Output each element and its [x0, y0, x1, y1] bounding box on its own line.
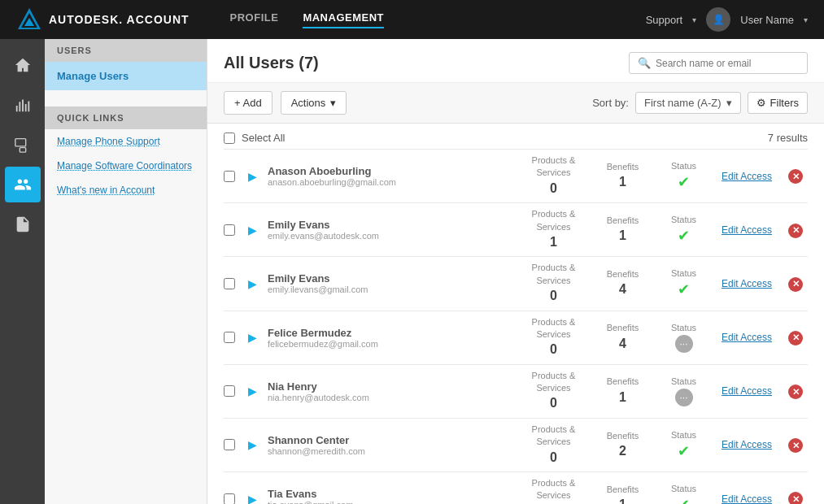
remove-btn-5[interactable]: ✕ — [783, 437, 808, 454]
row-expand-0[interactable]: ▶ — [248, 170, 268, 183]
row-expand-2[interactable]: ▶ — [248, 277, 268, 290]
user-stats-0: Products & Services 0 Benefits 1 Status … — [519, 154, 710, 198]
user-name: User Name — [740, 14, 794, 26]
table-row: ▶ Nia Henry nia.henry@autodesk.com Produ… — [224, 364, 808, 418]
status-active-0: ✔ — [657, 173, 710, 191]
main-header: All Users (7) 🔍 — [207, 39, 824, 83]
row-checkbox-4[interactable] — [224, 385, 248, 397]
filters-button[interactable]: ⚙ Filters — [748, 92, 808, 114]
remove-btn-4[interactable]: ✕ — [783, 384, 808, 400]
row-checkbox-0[interactable] — [224, 171, 248, 182]
products-stat-5: Products & Services 0 — [519, 424, 588, 467]
user-info-5: Shannon Center shannon@meredith.com — [268, 434, 519, 456]
sidebar-icon-home[interactable] — [5, 47, 41, 83]
edit-access-1[interactable]: Edit Access — [710, 224, 783, 236]
svg-rect-3 — [15, 139, 25, 146]
products-stat-0: Products & Services 0 — [519, 154, 588, 198]
select-all-checkbox[interactable] — [224, 133, 235, 144]
remove-btn-0[interactable]: ✕ — [783, 168, 808, 185]
left-sidebar: USERS Manage Users QUICK LINKS Manage Ph… — [45, 39, 207, 504]
user-info-2: Emily Evans emily.ilevans@gmail.com — [268, 272, 519, 294]
status-active-1: ✔ — [657, 227, 710, 245]
row-checkbox-3[interactable] — [224, 332, 248, 343]
filter-icon: ⚙ — [756, 97, 766, 109]
select-all-row: Select All 7 results — [224, 124, 808, 149]
user-email-3: felicebermudez@gmail.com — [268, 339, 519, 349]
edit-access-6[interactable]: Edit Access — [710, 493, 783, 504]
row-expand-1[interactable]: ▶ — [248, 224, 268, 237]
user-chevron-icon[interactable]: ▾ — [804, 15, 808, 24]
status-active-6: ✔ — [657, 496, 710, 504]
nav-links: PROFILE MANAGEMENT — [230, 11, 384, 28]
user-info-4: Nia Henry nia.henry@autodesk.com — [268, 380, 519, 402]
table-row: ▶ Anason Aboeburling anason.aboeburling@… — [224, 149, 808, 202]
row-expand-3[interactable]: ▶ — [248, 331, 268, 344]
edit-access-5[interactable]: Edit Access — [710, 439, 783, 450]
row-expand-6[interactable]: ▶ — [248, 493, 268, 504]
sidebar-icon-documents[interactable] — [5, 206, 41, 242]
avatar[interactable]: 👤 — [706, 7, 730, 32]
actions-button[interactable]: Actions ▾ — [281, 91, 347, 115]
user-name-0: Anason Aboeburling — [268, 165, 519, 177]
row-checkbox-2[interactable] — [224, 278, 248, 289]
edit-access-3[interactable]: Edit Access — [710, 332, 783, 343]
row-checkbox-5[interactable] — [224, 439, 248, 450]
status-block-1: Status ✔ — [657, 215, 710, 245]
benefits-stat-3: Benefits 4 — [588, 322, 657, 353]
select-all-text: Select All — [242, 132, 285, 144]
remove-btn-1[interactable]: ✕ — [783, 222, 808, 238]
remove-btn-2[interactable]: ✕ — [783, 276, 808, 292]
status-block-3: Status ··· — [657, 323, 710, 353]
select-all-label[interactable]: Select All — [224, 132, 285, 144]
toolbar: + Add Actions ▾ Sort by: First name (A-Z… — [207, 83, 824, 124]
user-stats-4: Products & Services 0 Benefits 1 Status … — [519, 370, 710, 413]
benefits-stat-5: Benefits 2 — [588, 430, 657, 461]
products-stat-6: Products & Services 0 — [519, 477, 588, 504]
quick-link-whats-new[interactable]: What's new in Account — [45, 178, 207, 202]
user-name-2: Emily Evans — [268, 272, 519, 285]
top-nav-right: Support ▾ 👤 User Name ▾ — [646, 7, 808, 32]
status-block-0: Status ✔ — [657, 161, 710, 191]
search-input[interactable] — [656, 58, 799, 69]
sidebar-icon-devices[interactable] — [5, 127, 41, 163]
row-expand-4[interactable]: ▶ — [248, 385, 268, 398]
sort-section: Sort by: First name (A-Z) ▾ ⚙ Filters — [592, 92, 808, 114]
edit-access-2[interactable]: Edit Access — [710, 278, 783, 289]
quick-link-coordinators[interactable]: Manage Software Coordinators — [45, 154, 207, 178]
nav-profile[interactable]: PROFILE — [230, 11, 279, 28]
status-active-5: ✔ — [657, 442, 710, 460]
table-row: ▶ Tia Evans tia.evans@gmail.com Products… — [224, 471, 808, 504]
sidebar-item-manage-users[interactable]: Manage Users — [45, 62, 207, 90]
nav-management[interactable]: MANAGEMENT — [303, 11, 384, 28]
add-button[interactable]: + Add — [224, 91, 272, 115]
user-email-1: emily.evans@autodesk.com — [268, 231, 519, 241]
user-email-4: nia.henry@autodesk.com — [268, 393, 519, 402]
remove-btn-6[interactable]: ✕ — [783, 491, 808, 504]
products-stat-2: Products & Services 0 — [519, 262, 588, 305]
sort-by-label: Sort by: — [592, 97, 629, 109]
edit-access-4[interactable]: Edit Access — [710, 385, 783, 397]
benefits-stat-2: Benefits 4 — [588, 268, 657, 299]
sidebar-icon-users[interactable] — [5, 167, 41, 202]
sort-value: First name (A-Z) — [644, 97, 722, 109]
icon-sidebar — [0, 39, 45, 504]
user-info-0: Anason Aboeburling anason.aboeburling@gm… — [268, 165, 519, 187]
row-checkbox-1[interactable] — [224, 224, 248, 236]
status-pending-4: ··· — [675, 389, 693, 406]
benefits-stat-1: Benefits 1 — [588, 215, 657, 245]
table-area: Select All 7 results ▶ Anason Aboeburlin… — [207, 124, 824, 504]
remove-btn-3[interactable]: ✕ — [783, 329, 808, 345]
quick-link-phone[interactable]: Manage Phone Support — [45, 129, 207, 154]
sort-select[interactable]: First name (A-Z) ▾ — [635, 92, 741, 114]
edit-access-0[interactable]: Edit Access — [710, 171, 783, 182]
sidebar-icon-analytics[interactable] — [5, 87, 41, 123]
user-email-6: tia.evans@gmail.com — [268, 500, 519, 504]
status-active-2: ✔ — [657, 280, 710, 298]
row-expand-5[interactable]: ▶ — [248, 438, 268, 451]
user-stats-5: Products & Services 0 Benefits 2 Status … — [519, 424, 710, 467]
support-chevron-icon[interactable]: ▾ — [692, 15, 696, 24]
user-name-3: Felice Bermudez — [268, 327, 519, 339]
user-name-4: Nia Henry — [268, 380, 519, 393]
app-logo: AUTODESK. ACCOUNT — [16, 7, 190, 33]
row-checkbox-6[interactable] — [224, 493, 248, 504]
